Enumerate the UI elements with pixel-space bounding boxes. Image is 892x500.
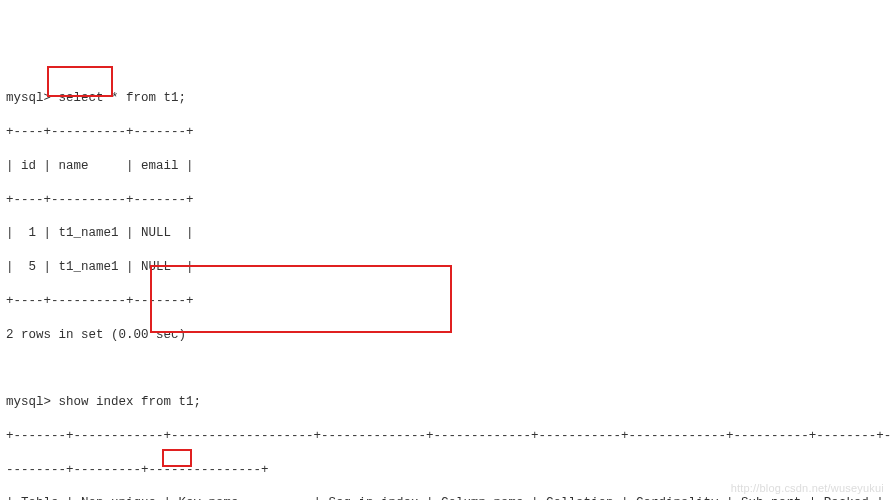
watermark-text: http://blog.csdn.net/wuseyukui [731,481,884,496]
table-row: | 1 | t1_name1 | NULL | [6,225,892,242]
mysql-prompt: mysql> [6,91,59,105]
mysql-prompt: mysql> [6,395,59,409]
table-border: +----+----------+-------+ [6,192,892,209]
table-row: | 5 | t1_name1 | NULL | [6,259,892,276]
sql-statement: select * from t1; [59,91,187,105]
table-border: +-------+------------+------------------… [6,428,892,445]
prompt-line: mysql> select * from t1; [6,90,892,107]
table-border: --------+---------+---------------+ [6,462,892,479]
table-header: | Table | Non_unique | Key_name | Seq_in… [6,495,892,500]
table-header: | id | name | email | [6,158,892,175]
table-border: +----+----------+-------+ [6,293,892,310]
terminal-output: mysql> select * from t1; +----+---------… [6,74,892,501]
result-summary: 2 rows in set (0.00 sec) [6,327,892,344]
table-border: +----+----------+-------+ [6,124,892,141]
sql-statement: show index from t1; [59,395,202,409]
blank-line [6,360,892,377]
prompt-line: mysql> show index from t1; [6,394,892,411]
